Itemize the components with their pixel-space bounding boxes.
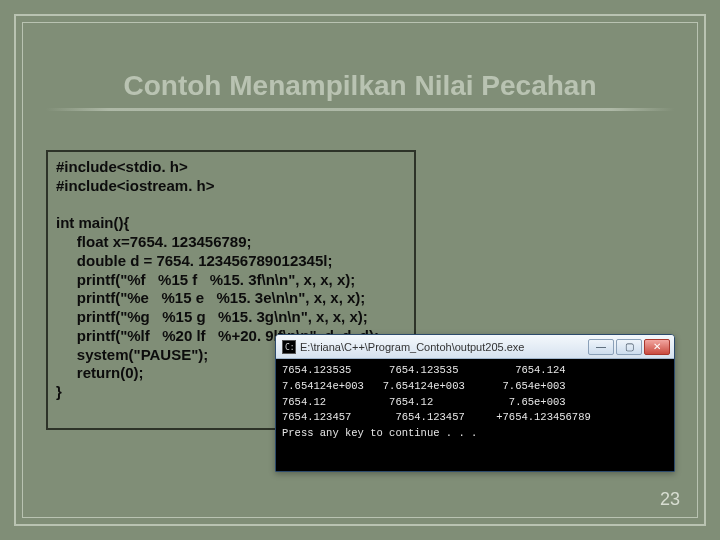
console-titlebar: C: E:\triana\C++\Program_Contoh\output20… bbox=[276, 335, 674, 359]
console-window: C: E:\triana\C++\Program_Contoh\output20… bbox=[275, 334, 675, 472]
svg-text:C:: C: bbox=[285, 343, 294, 352]
maximize-button[interactable]: ▢ bbox=[616, 339, 642, 355]
minimize-button[interactable]: — bbox=[588, 339, 614, 355]
console-title: E:\triana\C++\Program_Contoh\output205.e… bbox=[300, 341, 584, 353]
console-output: 7654.123535 7654.123535 7654.124 7.65412… bbox=[276, 359, 674, 471]
page-number: 23 bbox=[660, 489, 680, 510]
close-button[interactable]: ✕ bbox=[644, 339, 670, 355]
console-icon: C: bbox=[282, 340, 296, 354]
title-underline bbox=[46, 108, 674, 111]
slide-title: Contoh Menampilkan Nilai Pecahan bbox=[124, 70, 597, 102]
window-controls: — ▢ ✕ bbox=[588, 339, 670, 355]
